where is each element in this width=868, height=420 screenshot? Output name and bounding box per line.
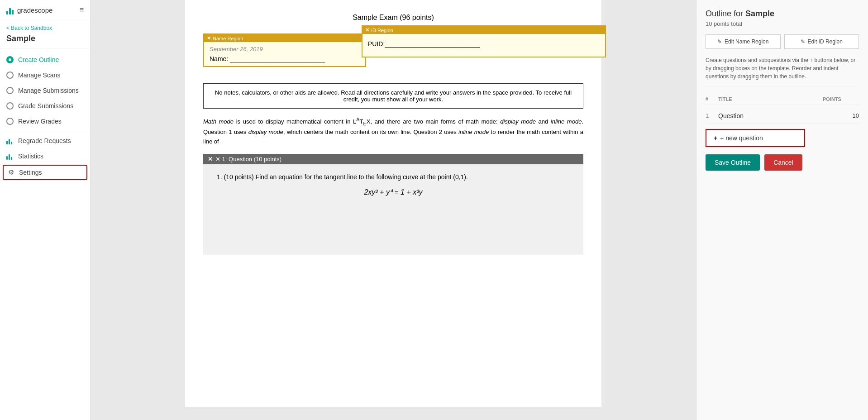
cancel-button[interactable]: Cancel — [764, 154, 802, 171]
new-question-button[interactable]: + + new question — [706, 129, 805, 147]
bar2 — [9, 8, 11, 14]
nav-circle-manage-scans — [6, 72, 14, 79]
chart-icon-regrade — [6, 137, 14, 144]
region-buttons: ✎ Edit Name Region ✎ Edit ID Region — [706, 34, 859, 49]
edit-id-region-button[interactable]: ✎ Edit ID Region — [784, 34, 859, 49]
back-link[interactable]: < Back to Sandbox — [0, 20, 90, 33]
edit-name-region-label: Edit Name Region — [725, 38, 768, 45]
bar3 — [12, 10, 14, 14]
main-area: Sample Exam (96 points) ✕ Name Region Se… — [91, 0, 868, 420]
math-formula: 2xy³ + y⁴ = 1 + x³y — [217, 188, 570, 196]
name-region-content: September 26, 2019 Name: _______________… — [204, 42, 365, 66]
puid-line: PUID:___________________________ — [368, 40, 600, 48]
nav-label-review-grades: Review Grades — [18, 118, 62, 125]
q-points-1: 10 — [823, 112, 859, 119]
outline-instructions: Create questions and subquestions via th… — [706, 56, 859, 86]
menu-icon[interactable]: ≡ — [80, 6, 84, 14]
sidebar-item-manage-submissions[interactable]: Manage Submissions — [0, 83, 90, 98]
doc-page: Sample Exam (96 points) ✕ Name Region Se… — [185, 0, 601, 407]
id-region-label-text: ID Region — [371, 28, 393, 33]
chart-icon-statistics — [6, 153, 14, 160]
save-outline-button[interactable]: Save Outline — [706, 154, 760, 171]
sidebar-item-settings[interactable]: ⚙ Settings — [3, 165, 87, 180]
sidebar-item-grade-submissions[interactable]: Grade Submissions — [0, 98, 90, 114]
close-name-region[interactable]: ✕ — [207, 35, 211, 41]
close-question[interactable]: ✕ — [208, 156, 213, 162]
nav-circle-review-grades — [6, 118, 14, 125]
edit-name-region-button[interactable]: ✎ Edit Name Region — [706, 34, 781, 49]
sidebar-item-review-grades[interactable]: Review Grades — [0, 114, 90, 129]
nav-circle-manage-submissions — [6, 87, 14, 94]
right-panel: Outline for Sample 10 points total ✎ Edi… — [696, 0, 868, 420]
col-num: # — [706, 96, 715, 102]
id-region-content: PUID:___________________________ — [362, 34, 605, 57]
sidebar-item-manage-scans[interactable]: Manage Scans — [0, 67, 90, 83]
col-title: TITLE — [718, 96, 819, 102]
nav-label-create-outline: Create Outline — [18, 56, 59, 63]
q-num-1: 1 — [706, 112, 715, 119]
id-region-label: ✕ ID Region — [362, 26, 605, 34]
body-text-rest: is used to display mathematical content … — [203, 118, 583, 145]
pencil-icon-name: ✎ — [717, 38, 722, 45]
name-region-box[interactable]: ✕ Name Region September 26, 2019 Name: _… — [203, 33, 366, 67]
gradescope-logo-icon — [6, 5, 14, 14]
doc-header-area: ✕ Name Region September 26, 2019 Name: _… — [203, 25, 583, 80]
document-viewer[interactable]: Sample Exam (96 points) ✕ Name Region Se… — [91, 0, 696, 420]
sidebar-item-regrade-requests[interactable]: Regrade Requests — [0, 133, 90, 148]
points-total: 10 points total — [706, 20, 859, 27]
exam-title: Sample Exam (96 points) — [203, 14, 583, 22]
question-section: ✕ ✕ 1: Question (10 points) 1. (10 point… — [203, 154, 583, 255]
edit-id-region-label: Edit ID Region — [808, 38, 843, 45]
body-text-content: Math mode — [203, 118, 234, 125]
logo-bar: gradescope ≡ — [0, 0, 90, 20]
nav-label-grade-submissions: Grade Submissions — [18, 102, 73, 110]
instructions-text: No notes, calculators, or other aids are… — [215, 89, 572, 103]
plus-icon: + — [714, 134, 717, 142]
question-text: 1. (10 points) Find an equation for the … — [217, 173, 570, 181]
exam-date: September 26, 2019 — [210, 46, 360, 52]
sidebar: gradescope ≡ < Back to Sandbox Sample Cr… — [0, 0, 91, 420]
close-id-region[interactable]: ✕ — [365, 27, 369, 33]
question-body: 1. (10 points) Find an equation for the … — [203, 164, 583, 255]
outline-title-prefix: Outline for — [706, 9, 745, 18]
instructions-box: No notes, calculators, or other aids are… — [203, 83, 583, 109]
id-region-box[interactable]: ✕ ID Region PUID:_______________________… — [362, 25, 606, 57]
col-points: POINTS — [823, 96, 859, 102]
logo-text: gradescope — [17, 6, 52, 14]
action-buttons: Save Outline Cancel — [706, 154, 859, 171]
nav-label-manage-scans: Manage Scans — [18, 72, 60, 79]
question-header-text: ✕ 1: Question (10 points) — [215, 156, 281, 162]
outline-table-header: # TITLE POINTS — [706, 94, 859, 105]
sidebar-item-statistics[interactable]: Statistics — [0, 148, 90, 164]
new-question-label: + new question — [720, 134, 763, 142]
name-region-label-text: Name Region — [213, 36, 243, 41]
sidebar-item-create-outline[interactable]: Create Outline — [0, 52, 90, 67]
pencil-icon-id: ✎ — [801, 38, 805, 45]
nav-label-manage-submissions: Manage Submissions — [18, 87, 79, 94]
outline-title: Outline for Sample — [706, 9, 859, 19]
nav-items: Create Outline Manage Scans Manage Submi… — [0, 48, 90, 420]
name-line: Name: ___________________________ — [210, 55, 360, 62]
nav-circle-grade-submissions — [6, 102, 14, 110]
nav-label-statistics: Statistics — [18, 153, 43, 160]
outline-row-1: 1 Question 10 — [706, 109, 859, 124]
q-title-1: Question — [718, 112, 819, 119]
nav-label-regrade-requests: Regrade Requests — [18, 137, 71, 144]
bar1 — [6, 11, 8, 14]
outline-course-name: Sample — [745, 9, 774, 18]
nav-label-settings: Settings — [19, 169, 42, 176]
question-header-bar: ✕ ✕ 1: Question (10 points) — [203, 154, 583, 164]
gear-icon: ⚙ — [7, 169, 14, 176]
name-region-label: ✕ Name Region — [204, 34, 365, 42]
nav-circle-active — [6, 56, 14, 63]
course-title: Sample — [0, 33, 90, 48]
divider — [0, 131, 90, 131]
body-text: Math mode is used to display mathematica… — [203, 116, 583, 147]
